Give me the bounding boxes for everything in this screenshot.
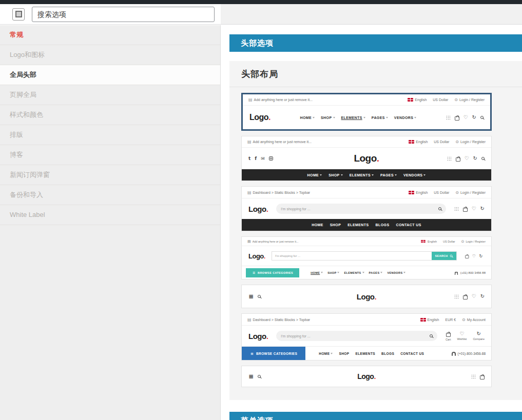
wishlist-icon [472,206,476,211]
topbar-links: English US Dollar Login / Register [409,190,486,195]
headset-icon [455,271,458,274]
grid-icon [454,294,459,299]
sidebar-item-logo-icons[interactable]: Logo和图标 [0,45,220,65]
admin-top-bar [0,0,522,4]
nav-item: VENDORS [387,271,405,274]
preview-menu-row: BROWSE CATEGORIES HOME SHOP ELEMENTS BLO… [242,346,491,360]
topbar-links: English EUR € My Account [420,317,486,322]
account-link: Login / Register [455,190,486,195]
preview-menu-bar: HOME SHOP ELEMENTS BLOGS CONTACT US [242,219,491,231]
chevron-down-icon [414,117,416,118]
sidebar-item-newsletter-popup[interactable]: 新闻订阅弹窗 [0,165,220,185]
logo-dot: . [266,205,268,213]
nav-item: PAGES [372,116,388,119]
chevron-down-icon [331,353,333,354]
breadcrumb: Dashboard > Static Blocks > Topbar [247,190,310,195]
nav-item: SHOP [327,271,339,274]
preview-action-icons [465,254,482,258]
menu-options-section-bar: 菜单选项 [229,412,522,420]
search-icon [480,116,484,119]
sidebar-item-typography[interactable]: 排版 [0,125,220,145]
expand-panel-icon[interactable] [12,8,25,21]
preview-card-header-v1[interactable]: Add anything here or just remove it... E… [241,93,492,131]
compare-icon [472,115,476,120]
header-options-title: 头部选项 [241,38,274,48]
chevron-down-icon [423,174,426,176]
preview-topbar: Add anything here or just remove it... E… [242,136,491,148]
toolbar-spacer [221,4,522,24]
user-icon [455,139,459,144]
chevron-down-icon [403,272,405,273]
topbar-note-text: Add anything here or just remove it... [253,140,312,144]
preview-topbar: Add anything here or just remove it... E… [243,94,490,106]
sidebar-item-global-footer[interactable]: 页脚全局 [0,85,220,105]
preview-card-header-v7[interactable]: Logo. [241,366,492,387]
language-select: English [408,98,427,102]
nav-item: PAGES [369,271,383,274]
language-select: English [409,140,428,144]
logo-dot: . [268,113,270,122]
chevron-down-icon [337,272,339,273]
currency-select: US Dollar [433,98,448,102]
cart-icon [465,255,469,258]
support-phone: (+01) 800 3456 88 [454,271,486,274]
account-link: Login / Register [455,139,486,144]
preview-logo: Logo. [248,205,268,213]
flag-icon [409,191,414,194]
flag-icon [420,318,426,322]
instagram-icon [269,156,273,161]
note-icon [247,139,252,144]
chevron-down-icon [341,174,343,176]
preview-card-header-v4[interactable]: Add anything here or just remove it... E… [241,236,492,279]
sidebar-item-backup-import[interactable]: 备份和导入 [0,185,220,205]
preview-card-header-v6[interactable]: Dashboard > Static Blocks > Topbar Engli… [241,313,492,361]
support-phone: (+01)-800-3456-88 [452,352,486,355]
browse-categories-button: BROWSE CATEGORIES [242,347,305,360]
search-icon [430,334,433,337]
compare-icon [480,294,485,299]
search-icon [481,157,485,160]
nav-item: SHOP [339,352,349,355]
note-icon [247,317,252,322]
preview-action-icons [454,206,485,212]
sidebar-item-styles-colors[interactable]: 样式和颜色 [0,105,220,125]
preview-logo: Logo. [357,372,376,381]
phone-number: (+01) 800 3456 88 [460,271,486,274]
nav-item: SHOP [330,223,341,227]
chevron-down-icon [320,174,322,176]
nav-item: SHOP [328,173,342,177]
preview-action-stacks: Cart Wishlist Compare [446,331,485,341]
headset-icon [452,352,456,355]
options-search-input[interactable] [32,7,215,22]
preview-mainbar: Logo. I'm shopping for ... SEARCH [242,246,491,266]
preview-topbar: Dashboard > Static Blocks > Topbar Engli… [242,187,491,198]
cart-icon [455,116,459,121]
preview-topbar: Dashboard > Static Blocks > Topbar Engli… [242,314,491,326]
nav-item: VENDORS [394,116,416,119]
cart-icon [456,157,460,162]
preview-mainbar: Logo. I'm shopping for ... Cart Wishlist… [242,326,491,346]
account-link: My Account [462,317,486,322]
preview-card-header-v2[interactable]: Add anything here or just remove it... E… [241,136,492,181]
wishlist-icon [472,254,475,258]
sidebar-item-global-header[interactable]: 全局头部 [0,65,220,85]
user-icon [462,317,466,322]
sidebar-item-blog[interactable]: 博客 [0,145,220,165]
social-icons [248,156,354,161]
breadcrumb: Dashboard > Static Blocks > Topbar [247,317,310,322]
search-placeholder: I'm shopping for ... [272,254,300,257]
topbar-note-text: Add anything here or just remove it... [253,240,299,243]
preview-card-header-v3[interactable]: Dashboard > Static Blocks > Topbar Engli… [241,186,492,231]
nav-item: CONTACT US [396,223,421,227]
preview-card-header-v5[interactable]: Logo. [241,285,492,308]
nav-item: ELEMENTS [347,223,369,227]
nav-item-active: ELEMENTS [350,173,374,177]
sidebar-item-white-label[interactable]: White Label [0,205,220,225]
preview-topbar: Add anything here or just remove it... E… [242,237,491,246]
chevron-down-icon [386,117,388,118]
breadcrumb-text: Dashboard > Static Blocks > Topbar [253,191,311,194]
sidebar-item-general[interactable]: 常规 [0,25,220,45]
chevron-down-icon [372,174,374,176]
preview-logo: Logo. [357,292,376,301]
preview-search-field: I'm shopping for ... [276,331,437,341]
